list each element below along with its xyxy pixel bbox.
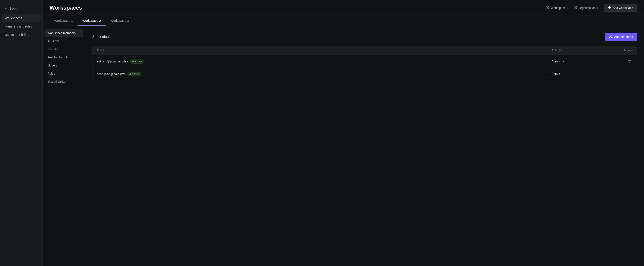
sub-sidebar-item-shared-urls[interactable]: Shared URLs <box>44 78 84 86</box>
status-badge-1: Active <box>130 59 144 64</box>
main-content: Workspaces Workspace ID <box>43 0 644 266</box>
sub-sidebar-item-rules[interactable]: Rules <box>44 70 84 77</box>
email-cell-2: brian@langchain.dev Active <box>97 72 552 76</box>
members-panel: 2 members Add members E <box>86 26 644 266</box>
role-cell-2: Admin <box>552 72 598 76</box>
back-button[interactable]: Back <box>0 4 42 12</box>
organization-id-label: Organization ID <box>579 6 599 9</box>
sub-sidebar-item-api-keys[interactable]: API keys <box>44 37 84 45</box>
sub-sidebar-item-secrets[interactable]: Secrets <box>44 45 84 53</box>
panel-header: 2 members Add members <box>92 33 637 41</box>
tab-workspace-2[interactable]: Workspace 2 <box>78 16 106 26</box>
sub-sidebar-item-feedback-config[interactable]: Feedback config <box>44 53 84 61</box>
role-cell-1: Admin <box>552 59 598 64</box>
chevron-down-icon-1[interactable] <box>562 59 565 64</box>
sidebar-item-workspaces[interactable]: Workspaces <box>2 14 41 22</box>
plus-icon <box>608 6 611 10</box>
add-members-button[interactable]: Add members <box>605 33 637 41</box>
status-badge-2: Active <box>127 72 141 76</box>
role-info-icon[interactable] <box>558 49 562 52</box>
members-count: 2 members <box>92 34 112 39</box>
col-header-role: Role <box>552 49 598 52</box>
header-actions: Workspace ID Organization ID <box>546 4 637 12</box>
left-sidebar: Back Workspaces Members and roles Usage … <box>0 0 43 266</box>
table-row: ankush@langchain.dev Active Admin <box>92 55 637 68</box>
sub-sidebar-item-models[interactable]: Models <box>44 62 84 69</box>
members-table: Email Role Actions <box>92 46 637 80</box>
col-header-actions: Actions <box>598 49 633 52</box>
page-title: Workspaces <box>50 4 82 11</box>
email-2: brian@langchain.dev <box>97 72 125 76</box>
content-area: Workspace members API keys Secrets Feedb… <box>43 26 644 266</box>
email-1: ankush@langchain.dev <box>97 60 128 63</box>
workspace-id-label: Workspace ID <box>551 6 570 9</box>
sub-sidebar-item-workspace-members[interactable]: Workspace members <box>44 29 84 37</box>
email-cell-1: ankush@langchain.dev Active <box>97 59 552 64</box>
page-header: Workspaces Workspace ID <box>43 0 644 16</box>
link-icon-workspace <box>546 6 549 10</box>
delete-button-1[interactable] <box>626 58 633 65</box>
sidebar-item-members-and-roles[interactable]: Members and roles <box>2 22 41 30</box>
sidebar-item-usage-and-billing[interactable]: Usage and billing <box>2 31 41 39</box>
back-label: Back <box>10 6 16 10</box>
tab-workspace-1[interactable]: Workspace 1 <box>50 16 78 26</box>
workspace-tabs: Workspace 1 Workspace 2 Workspace 3 <box>43 16 644 26</box>
svg-point-0 <box>610 35 611 36</box>
back-icon <box>4 6 8 10</box>
sidebar-nav: Workspaces Members and roles Usage and b… <box>0 14 42 39</box>
status-dot-1 <box>132 61 134 62</box>
person-plus-icon <box>609 35 612 39</box>
col-header-email: Email <box>97 49 552 52</box>
table-header: Email Role Actions <box>92 46 637 55</box>
workspace-id-link[interactable]: Workspace ID <box>546 6 570 10</box>
status-dot-2 <box>130 73 131 75</box>
tab-workspace-3[interactable]: Workspace 3 <box>106 16 134 26</box>
actions-cell-1 <box>598 58 633 65</box>
add-workspace-button[interactable]: Add workspace <box>604 4 637 12</box>
table-row: brian@langchain.dev Active Admin <box>92 68 637 80</box>
link-icon-org <box>574 6 577 10</box>
svg-point-2 <box>560 50 560 50</box>
sub-sidebar: Workspace members API keys Secrets Feedb… <box>43 26 86 266</box>
organization-id-link[interactable]: Organization ID <box>574 6 599 10</box>
